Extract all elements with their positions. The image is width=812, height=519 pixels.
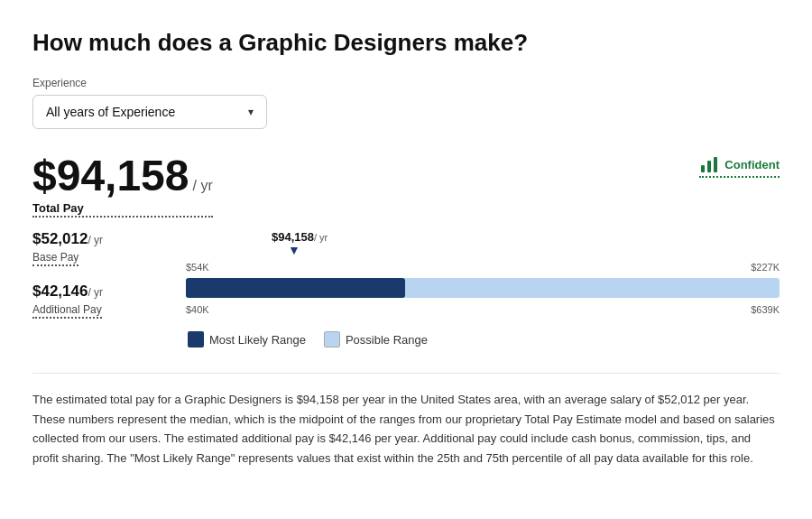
chart-area: $94,158/ yr ▼ $54K $227K $40K $639K Most… bbox=[186, 230, 780, 348]
bar-likely bbox=[186, 278, 405, 298]
experience-dropdown-value: All years of Experience bbox=[46, 105, 175, 119]
experience-label: Experience bbox=[32, 77, 780, 89]
base-pay-amount: $52,012/ yr bbox=[32, 230, 150, 248]
legend-possible-item: Possible Range bbox=[324, 331, 428, 348]
chart-inner-range-labels: $54K $227K bbox=[186, 262, 780, 273]
svg-rect-1 bbox=[707, 161, 711, 172]
base-pay-label: Base Pay bbox=[32, 251, 78, 266]
chart-arrow-icon: ▼ bbox=[288, 244, 300, 256]
chart-legend: Most Likely Range Possible Range bbox=[186, 331, 780, 348]
base-pay-item: $52,012/ yr Base Pay bbox=[32, 230, 150, 266]
legend-likely-box bbox=[188, 331, 204, 348]
additional-pay-label: Additional Pay bbox=[32, 303, 102, 319]
description-text: The estimated total pay for a Graphic De… bbox=[32, 373, 780, 468]
total-pay-label: Total Pay bbox=[32, 201, 213, 218]
chart-median-label: $94,158/ yr bbox=[272, 230, 328, 244]
confident-badge: Confident bbox=[699, 154, 780, 178]
page-title: How much does a Graphic Designers make? bbox=[32, 29, 780, 57]
pay-items: $52,012/ yr Base Pay $42,146/ yr Additio… bbox=[32, 230, 150, 319]
chart-outer-low: $40K bbox=[186, 304, 209, 315]
legend-likely-item: Most Likely Range bbox=[188, 331, 306, 348]
experience-dropdown[interactable]: All years of Experience ▾ bbox=[32, 95, 267, 129]
additional-pay-amount: $42,146/ yr bbox=[32, 283, 150, 301]
chart-outer-high: $639K bbox=[751, 304, 780, 315]
legend-possible-box bbox=[324, 331, 340, 348]
svg-rect-0 bbox=[701, 165, 705, 172]
legend-likely-label: Most Likely Range bbox=[209, 333, 306, 347]
chart-range-low: $54K bbox=[186, 262, 209, 273]
total-pay-amount: $94,158/ yr bbox=[32, 154, 213, 198]
svg-rect-2 bbox=[714, 157, 717, 172]
chart-range-high: $227K bbox=[751, 262, 780, 273]
chart-outer-range-labels: $40K $639K bbox=[186, 304, 780, 315]
confident-icon bbox=[699, 154, 719, 174]
confident-label: Confident bbox=[724, 158, 780, 171]
legend-possible-label: Possible Range bbox=[346, 333, 428, 347]
chevron-down-icon: ▾ bbox=[248, 106, 254, 118]
additional-pay-item: $42,146/ yr Additional Pay bbox=[32, 283, 150, 319]
salary-bar bbox=[186, 278, 780, 298]
